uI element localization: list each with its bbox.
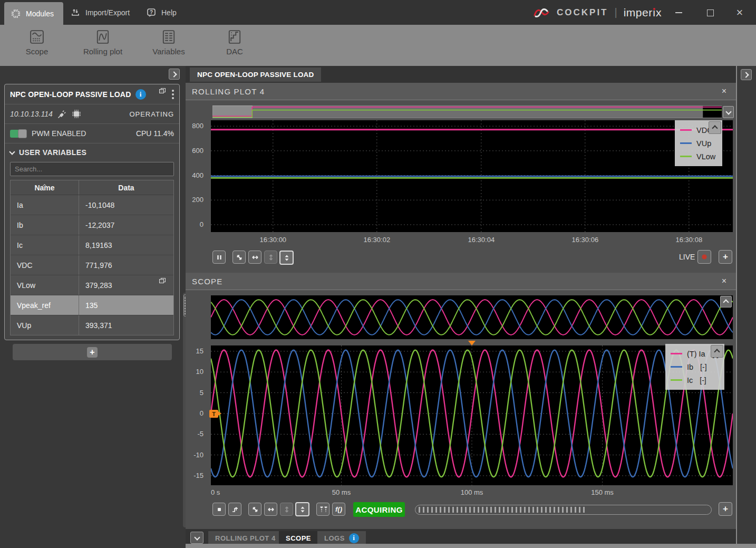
close-panel-icon[interactable]: × bbox=[722, 277, 726, 285]
preview-collapse-button[interactable] bbox=[720, 296, 732, 307]
var-name: VDC bbox=[11, 255, 79, 275]
legend-item[interactable]: VUp bbox=[680, 137, 718, 150]
series-color-swatch bbox=[680, 142, 692, 144]
plus-icon: + bbox=[723, 252, 728, 262]
table-row[interactable]: VDC 771,976 bbox=[11, 255, 173, 275]
scope-chart[interactable] bbox=[211, 345, 733, 485]
function-icon: f() bbox=[335, 505, 342, 513]
fit-horizontal-button[interactable] bbox=[248, 251, 261, 264]
diagonal-arrows-icon bbox=[235, 253, 244, 262]
scope-preview-strip[interactable] bbox=[211, 295, 733, 339]
column-header-data[interactable]: Data bbox=[79, 180, 173, 195]
fit-vertical-button[interactable] bbox=[280, 503, 293, 516]
tab-scope[interactable]: SCOPE bbox=[279, 531, 318, 545]
record-button[interactable] bbox=[697, 250, 711, 264]
chevron-down-icon bbox=[725, 109, 731, 114]
sidebar-collapse-button[interactable] bbox=[169, 69, 180, 80]
table-header[interactable]: Name Data bbox=[11, 180, 173, 195]
var-value[interactable]: 135 bbox=[79, 295, 173, 315]
document-tab[interactable]: NPC OPEN-LOOP PASSIVE LOAD bbox=[190, 68, 321, 82]
pause-button[interactable] bbox=[212, 251, 226, 264]
legend-item[interactable]: Ib [-] bbox=[671, 360, 720, 373]
var-value[interactable]: 771,976 bbox=[79, 255, 173, 275]
legend-collapse-button[interactable] bbox=[711, 345, 723, 358]
ribbon-item-variables[interactable]: Variables bbox=[140, 28, 198, 56]
rolling-plot-title: ROLLING PLOT 4 bbox=[192, 87, 265, 96]
ribbon-item-dac[interactable]: DAC bbox=[206, 28, 264, 56]
tab-modules[interactable]: Modules bbox=[4, 2, 63, 25]
cockpit-logo-icon bbox=[534, 6, 550, 19]
stop-icon bbox=[216, 506, 223, 513]
user-variables-label: USER VARIABLES bbox=[19, 148, 86, 157]
dac-module-icon bbox=[226, 28, 244, 46]
math-function-button[interactable]: f() bbox=[332, 503, 345, 516]
float-panel-icon[interactable] bbox=[159, 278, 166, 283]
close-icon: × bbox=[736, 6, 743, 20]
menu-import-export[interactable]: Import/Export bbox=[70, 0, 130, 25]
maximize-button[interactable] bbox=[702, 6, 718, 19]
close-button[interactable]: × bbox=[732, 6, 748, 19]
navigator-dropdown-button[interactable] bbox=[723, 106, 734, 118]
close-panel-icon[interactable]: × bbox=[722, 87, 726, 95]
add-scope-button[interactable]: + bbox=[719, 502, 732, 516]
minimize-button[interactable] bbox=[671, 6, 686, 19]
fit-both-button[interactable] bbox=[232, 251, 246, 264]
add-plot-button[interactable]: + bbox=[719, 250, 732, 264]
var-value[interactable]: 8,19163 bbox=[79, 235, 173, 255]
float-panel-icon[interactable] bbox=[159, 88, 166, 93]
scope-header[interactable]: SCOPE bbox=[186, 273, 736, 290]
table-row[interactable]: VLow 379,283 bbox=[11, 275, 173, 295]
trigger-mode-button[interactable] bbox=[228, 503, 241, 516]
series-color-swatch bbox=[680, 129, 692, 131]
info-icon[interactable]: i bbox=[135, 89, 146, 100]
table-row[interactable]: Ib -12,2037 bbox=[11, 215, 173, 235]
tabbar-collapse-button[interactable] bbox=[190, 532, 203, 544]
var-value[interactable]: 393,371 bbox=[79, 315, 173, 335]
user-variables-header[interactable]: USER VARIABLES bbox=[5, 143, 179, 161]
horizontal-scrollbar[interactable] bbox=[415, 505, 712, 515]
table-row[interactable]: VUp 393,371 bbox=[11, 315, 173, 335]
var-value[interactable]: -10,1048 bbox=[79, 195, 173, 215]
legend-item[interactable]: Ic [-] bbox=[671, 373, 720, 387]
stop-button[interactable] bbox=[212, 503, 226, 516]
table-row[interactable]: Ic 8,19163 bbox=[11, 235, 173, 255]
device-card: NPC OPEN-LOOP PASSIVE LOAD i 10.10.13.11… bbox=[4, 84, 180, 340]
search-input[interactable] bbox=[10, 162, 174, 176]
right-panel-expand-button[interactable] bbox=[741, 69, 752, 80]
table-row[interactable]: Vpeak_ref 135 bbox=[11, 295, 173, 315]
ribbon-item-scope[interactable]: Scope bbox=[8, 28, 66, 56]
legend-collapse-button[interactable] bbox=[709, 121, 721, 134]
trigger-level-marker[interactable]: T bbox=[209, 410, 218, 418]
info-icon[interactable]: i bbox=[349, 533, 359, 543]
table-row[interactable]: Ia -10,1048 bbox=[11, 195, 173, 215]
trigger-time-marker[interactable] bbox=[468, 341, 476, 345]
fit-vertical-button[interactable] bbox=[264, 251, 277, 264]
pwm-toggle[interactable] bbox=[10, 130, 27, 138]
tab-logs[interactable]: LOGS i bbox=[317, 531, 366, 545]
scope-module-icon bbox=[28, 28, 46, 46]
autoscale-vertical-button[interactable] bbox=[295, 502, 309, 516]
fit-horizontal-button[interactable] bbox=[264, 503, 277, 516]
tab-rolling-plot-4[interactable]: ROLLING PLOT 4 bbox=[208, 531, 283, 545]
menu-help[interactable]: ? Help bbox=[146, 0, 177, 25]
ribbon-item-rolling-plot[interactable]: Rolling plot bbox=[74, 28, 132, 56]
series-label: Ic bbox=[687, 376, 693, 384]
var-value[interactable]: -12,2037 bbox=[79, 215, 173, 235]
rolling-plot-chart[interactable] bbox=[211, 120, 733, 232]
scrollbar-ticks bbox=[419, 507, 587, 513]
ribbon-item-scope-label: Scope bbox=[26, 47, 49, 56]
rolling-plot-navigator[interactable] bbox=[212, 105, 722, 118]
horizontal-arrows-icon bbox=[267, 505, 275, 514]
autoscale-vertical-button[interactable] bbox=[279, 251, 294, 265]
record-icon bbox=[700, 253, 709, 261]
rolling-plot-header[interactable]: ROLLING PLOT 4 bbox=[186, 83, 736, 100]
cursors-button[interactable] bbox=[316, 503, 329, 516]
minimize-icon bbox=[675, 12, 682, 13]
fit-both-button[interactable] bbox=[248, 503, 261, 516]
ribbon-item-rolling-plot-label: Rolling plot bbox=[83, 47, 122, 56]
brand-separator: | bbox=[615, 6, 617, 18]
kebab-menu-icon[interactable] bbox=[172, 90, 174, 99]
add-module-button[interactable]: + bbox=[13, 344, 172, 360]
legend-item[interactable]: VLow bbox=[680, 150, 718, 163]
scope-legend: (T) Ia [-] Ib [-] Ic [-] bbox=[665, 344, 724, 390]
